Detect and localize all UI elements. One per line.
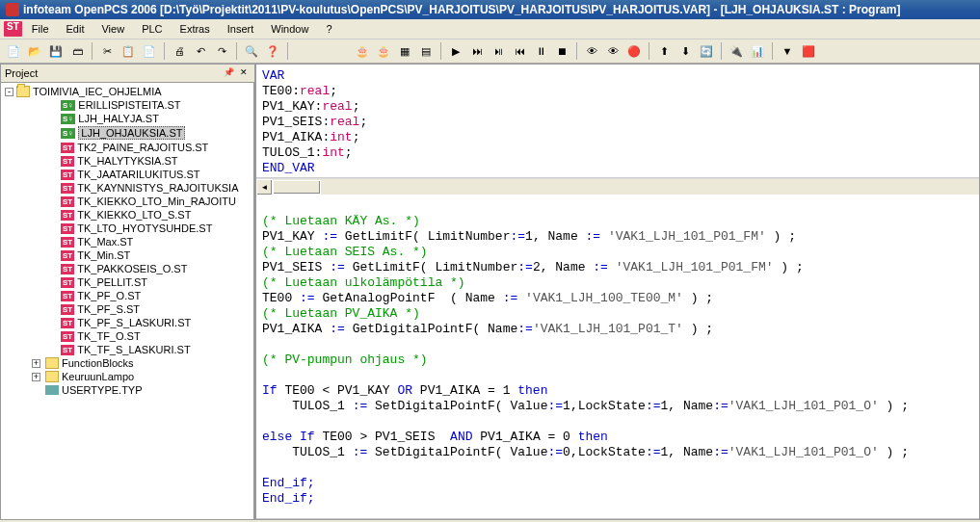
pause-icon[interactable]: ⏸ [531,41,550,61]
st-icon: ST [61,210,74,221]
redo-icon[interactable]: ↷ [212,41,231,61]
tree-item-usertype[interactable]: USERTYPE.TYP [3,383,252,397]
cut-icon[interactable]: ✂ [97,41,117,61]
folder-icon [16,86,30,97]
open-icon[interactable]: 📂 [25,41,44,61]
st-icon: ST [61,156,74,167]
sy-icon: S♀ [61,114,75,124]
tree-item[interactable]: STTK_Max.ST [3,235,252,248]
tree-item[interactable]: STTK_PF_O.ST [3,289,252,302]
project-pin-icon[interactable]: 📌 [222,66,235,80]
sync-icon[interactable]: 🔄 [697,41,716,61]
expand-icon[interactable]: + [32,373,40,381]
tree-item[interactable]: STTK_PELLIT.ST [3,275,252,289]
tree-folder-label: FunctionBlocks [62,357,134,369]
tree-item[interactable]: STTK_Min.ST [3,248,252,262]
menu-help[interactable]: ? [318,21,339,37]
menubar: ST File Edit View PLC Extras Insert Wind… [0,19,980,39]
watch2-icon[interactable]: 👁 [603,41,622,61]
separator [721,42,722,60]
expand-icon[interactable]: + [32,359,40,368]
scroll-left-icon[interactable]: ◄ [256,179,273,196]
tree-item[interactable]: S♀ERILLISPISTEITA.ST [3,98,252,112]
tree-item[interactable]: STTK_KIEKKO_LTO_S.ST [3,208,252,222]
undo-icon[interactable]: ↶ [191,41,210,61]
collapse-icon[interactable]: - [5,88,13,96]
toolbar: 📄 📂 💾 🗃 ✂ 📋 📄 🖨 ↶ ↷ 🔍 ❓ 🎂 🎂 ▦ ▤ ▶ ⏭ ⏯ ⏮ … [0,39,980,64]
monitor-icon[interactable]: 📊 [748,41,767,61]
scroll-thumb[interactable] [273,180,321,195]
tree-item[interactable]: STTK2_PAINE_RAJOITUS.ST [3,141,252,154]
grid1-icon[interactable]: ▦ [395,41,414,61]
new-icon[interactable]: 📄 [4,41,23,61]
tree-item[interactable]: S♀LJH_OHJAUKSIA.ST [3,125,252,141]
tree-item-label: TK_Min.ST [77,249,130,261]
tree-item[interactable]: STTK_KIEKKO_LTO_Min_RAJOITU [3,195,252,208]
step-over-icon[interactable]: ⏭ [467,41,487,61]
tree-item[interactable]: STTK_LTO_HYOTYSUHDE.ST [3,222,252,235]
st-icon: ST [61,143,74,153]
menu-plc[interactable]: PLC [134,21,170,37]
tree-item-label: ERILLISPISTEITA.ST [78,99,180,111]
step-out-icon[interactable]: ⏮ [510,41,529,61]
tree-item-label: TK_KIEKKO_LTO_Min_RAJOITU [77,196,236,207]
menu-file[interactable]: File [24,21,57,37]
find-icon[interactable]: 🔍 [242,41,261,61]
menu-extras[interactable]: Extras [172,21,218,37]
save-icon[interactable]: 💾 [46,41,66,61]
tree-folder[interactable]: +FunctionBlocks [3,356,252,370]
menu-edit[interactable]: Edit [59,21,93,37]
menu-view[interactable]: View [93,21,132,37]
project-close-icon[interactable]: ✕ [237,66,251,80]
upload-icon[interactable]: ⬆ [654,41,674,61]
tree-item[interactable]: STTK_TF_S_LASKURI.ST [3,343,252,356]
folder-icon [45,357,59,369]
print-icon[interactable]: 🖨 [170,41,189,61]
tree-item[interactable]: STTK_HALYTYKSIA.ST [3,154,252,168]
window-title: infoteam OpenPCS 2006 [D:\Työ\Projektit\… [23,3,900,16]
tree-folder[interactable]: +KeuruunLampo [3,370,252,383]
download-icon[interactable]: ⬇ [675,41,695,61]
hscroll-top[interactable]: ◄ [256,178,979,195]
st-icon: ST [61,250,74,261]
grid2-icon[interactable]: ▤ [416,41,436,61]
tree-item[interactable]: STTK_JAATARILUKITUS.ST [3,168,252,181]
stop-icon[interactable]: ⏹ [552,41,571,61]
build-icon[interactable]: 🎂 [353,41,372,61]
build-all-icon[interactable]: 🎂 [374,41,393,61]
close-doc-icon[interactable]: 🟥 [799,41,818,61]
tree-folder-label: KeuruunLampo [62,371,134,382]
st-icon: ST [61,183,74,194]
tree-item-label: TK_Max.ST [77,236,133,248]
break-icon[interactable]: 🔴 [624,41,644,61]
tree-item[interactable]: STTK_PF_S.ST [3,302,252,316]
app-icon [6,3,19,16]
save-all-icon[interactable]: 🗃 [67,41,87,61]
copy-icon[interactable]: 📋 [119,41,138,61]
tree-item-label: LJH_OHJAUKSIA.ST [78,126,185,140]
filter-icon[interactable]: ▼ [778,41,797,61]
tree-item-label: TK_PF_S.ST [77,303,140,315]
st-icon: ST [61,345,74,355]
menu-insert[interactable]: Insert [220,21,262,37]
online-icon[interactable]: 🔌 [727,41,746,61]
tree-item[interactable]: STTK_TF_O.ST [3,329,252,343]
step-into-icon[interactable]: ⏯ [489,41,508,61]
run-icon[interactable]: ▶ [446,41,465,61]
tree-item-label: TK_PAKKOSEIS_O.ST [77,263,187,274]
tree-item[interactable]: STTK_PAKKOSEIS_O.ST [3,262,252,275]
project-tree[interactable]: - TOIMIVIA_IEC_OHJELMIA S♀ERILLISPISTEIT… [1,83,254,519]
tree-item[interactable]: STTK_KAYNNISTYS_RAJOITUKSIA [3,181,252,195]
var-declaration-pane[interactable]: VAR TE00:real; PV1_KAY:real; PV1_SEIS:re… [256,65,979,178]
tree-item[interactable]: S♀LJH_HALYJA.ST [3,112,252,125]
watch1-icon[interactable]: 👁 [582,41,601,61]
tree-root[interactable]: - TOIMIVIA_IEC_OHJELMIA [3,85,252,98]
tree-item[interactable]: STTK_PF_S_LASKURI.ST [3,316,252,329]
menu-window[interactable]: Window [263,21,316,37]
editor-area: VAR TE00:real; PV1_KAY:real; PV1_SEIS:re… [255,64,980,520]
code-body-pane[interactable]: (* Luetaan KÄY As. *) PV1_KAY := GetLimi… [256,195,979,519]
st-badge: ST [4,21,22,37]
tree-item-label: USERTYPE.TYP [62,384,143,396]
help-icon[interactable]: ❓ [263,41,282,61]
paste-icon[interactable]: 📄 [140,41,159,61]
